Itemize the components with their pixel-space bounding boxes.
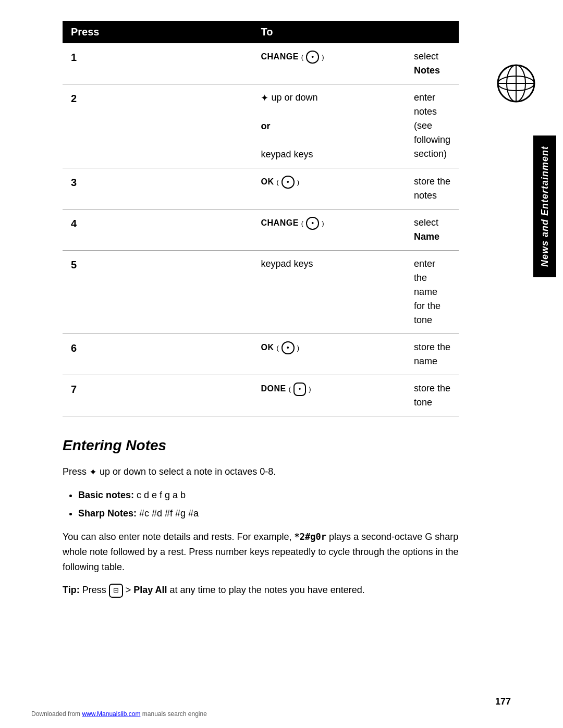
- sun-icon: ✦: [261, 91, 268, 105]
- footer: Downloaded from www.Manualslib.com manua…: [31, 710, 207, 718]
- row-press: CHANGE ( ): [252, 209, 405, 250]
- table-row: 1 CHANGE ( ) select Notes: [63, 43, 459, 84]
- page-number: 177: [495, 696, 511, 707]
- table-header-to: To: [252, 21, 459, 43]
- intro-text: Press ✦ up or down to select a note in o…: [63, 464, 459, 480]
- menu-btn-icon: ⊟: [109, 584, 123, 598]
- footer-link[interactable]: www.Manualslib.com: [82, 710, 140, 718]
- table-row: 3 OK ( ) store the notes: [63, 168, 459, 209]
- table-row: 5 keypad keys enter the name for the ton…: [63, 250, 459, 334]
- footer-text: Downloaded from: [31, 710, 82, 718]
- body-paragraph-1: You can also enter note details and rest…: [63, 529, 459, 574]
- row-press: OK ( ): [252, 334, 405, 375]
- row-to: select Name: [406, 209, 459, 250]
- table-header-press: Press: [63, 21, 252, 43]
- code-example: *2#g0r: [295, 532, 326, 542]
- nav-icon: ✦: [89, 465, 97, 480]
- row-num: 3: [63, 168, 252, 209]
- row-press: OK ( ): [252, 168, 405, 209]
- list-item: Basic notes: c d e f g a b: [78, 488, 459, 503]
- table-row: 7 DONE ( • ) store the tone: [63, 375, 459, 416]
- table-row: 2 ✦ up or down or keypad keys enter note…: [63, 84, 459, 168]
- tip-label: Tip:: [63, 585, 80, 595]
- row-num: 4: [63, 209, 252, 250]
- sidebar-right: News and Entertainment: [527, 0, 563, 728]
- row-to: store the name: [406, 334, 459, 375]
- row-press: keypad keys: [252, 250, 405, 334]
- ok-btn-icon-6: [282, 341, 295, 354]
- list-item: Sharp Notes: #c #d #f #g #a: [78, 506, 459, 521]
- row-to: enter notes (see following section): [406, 84, 459, 168]
- row-to: store the tone: [406, 375, 459, 416]
- change-btn-icon-1: [306, 51, 319, 64]
- sidebar-tab-label: News and Entertainment: [533, 135, 556, 277]
- bullet-list: Basic notes: c d e f g a b Sharp Notes: …: [78, 488, 459, 521]
- table-row: 6 OK ( ) store the name: [63, 334, 459, 375]
- ok-btn-icon-3: [282, 176, 295, 189]
- row-num: 2: [63, 84, 252, 168]
- row-press: ✦ up or down or keypad keys: [252, 84, 405, 168]
- row-num: 1: [63, 43, 252, 84]
- tip-paragraph: Tip: Press ⊟ > Play All at any time to p…: [63, 583, 459, 598]
- done-btn-icon: •: [293, 382, 306, 396]
- section-heading: Entering Notes: [63, 437, 459, 454]
- table-row: 4 CHANGE ( ) select Name: [63, 209, 459, 250]
- row-num: 6: [63, 334, 252, 375]
- row-to: enter the name for the tone: [406, 250, 459, 334]
- row-num: 7: [63, 375, 252, 416]
- row-to: store the notes: [406, 168, 459, 209]
- row-to: select Notes: [406, 43, 459, 84]
- footer-text-2: manuals search engine: [142, 710, 207, 718]
- row-num: 5: [63, 250, 252, 334]
- row-press: CHANGE ( ): [252, 43, 405, 84]
- change-btn-icon-4: [306, 217, 319, 230]
- press-table: Press To 1 CHANGE ( ) select Notes: [63, 21, 459, 416]
- row-press: DONE ( • ): [252, 375, 405, 416]
